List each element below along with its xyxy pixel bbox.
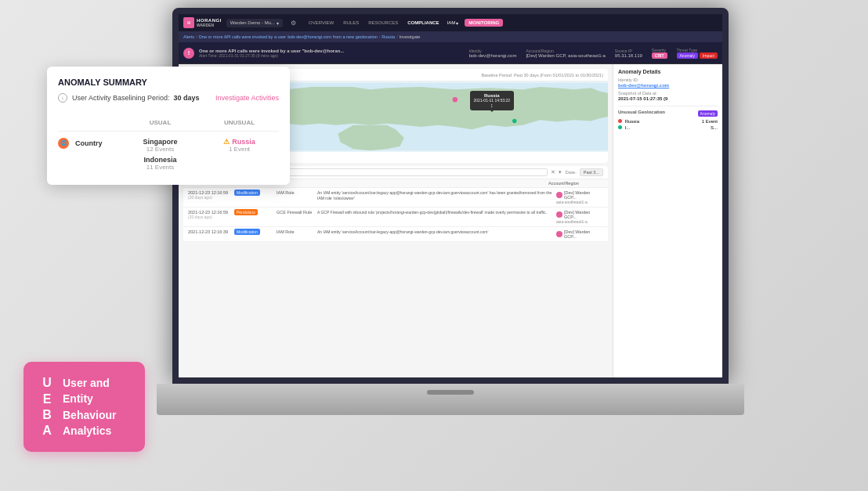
chevron-down-icon: ▾	[456, 20, 458, 26]
alert-icon: !	[183, 48, 194, 59]
dot-green-icon	[618, 125, 622, 129]
nav-iam[interactable]: IAM ▾	[447, 20, 459, 26]
usual-values: Singapore 12 Events Indonesia 11 Events	[121, 138, 200, 171]
threat-impact-badge: Impact	[700, 52, 718, 59]
alert-source-ip-col: Source IP 95.31.18.119	[615, 49, 642, 58]
col-header-description	[308, 181, 548, 186]
alert-identity-col: Identity bob-dev@horangi.com	[469, 49, 517, 58]
top-nav: H HORANGI WARDEN Warden Demo - Mu... ▾ ⚙…	[179, 14, 722, 31]
row2-time: 2021-12-23 12:16:59 (20 days ago)	[188, 210, 231, 219]
account-icon	[556, 211, 562, 218]
scene: H HORANGI WARDEN Warden Demo - Mu... ▾ ⚙…	[0, 0, 868, 491]
anomaly-summary-panel: ANOMALY SUMMARY i User Activity Baselini…	[47, 67, 290, 185]
account-value: [Dev] Warden GCP, asia-southeast1-a	[526, 53, 605, 58]
usual-country-2: Indonesia	[121, 156, 200, 164]
anomaly-table-header: Usual Unusual	[58, 110, 279, 132]
geo-india-events: S...	[711, 125, 718, 130]
chevron-down-icon: ▾	[277, 20, 279, 26]
snapshot-value: 2021-07-15 01:27:35 (9	[618, 96, 718, 101]
alert-details: One or more API calls were invoked by a …	[199, 49, 465, 58]
unusual-geo-section: Unusual Geolocation Anomaly Russia 1 Eve…	[618, 106, 718, 130]
modification-badge-2: Modification	[234, 229, 260, 235]
baselining-text: User Activity Baselining Period: 30 days	[72, 94, 200, 102]
alert-account-col: Account/Region [Dev] Warden GCP, asia-so…	[526, 49, 605, 58]
row1-time: 2021-12-23 12:16:59 (20 days ago)	[188, 190, 231, 200]
breadcrumb-alerts[interactable]: Alerts	[183, 34, 194, 39]
modification-badge: Modification	[234, 190, 260, 196]
row2-type: Pendulous	[234, 210, 273, 215]
row3-account: [Dev] Warden GCP...	[556, 229, 603, 239]
ueba-b-word: Behaviour	[63, 408, 131, 422]
nav-overview[interactable]: OVERVIEW	[307, 19, 335, 27]
breadcrumb: Alerts / One or more API calls were invo…	[179, 31, 722, 42]
row3-resource: IAM Role	[277, 229, 314, 234]
workspace-selector[interactable]: Warden Demo - Mu... ▾	[226, 19, 283, 27]
alert-severity-col: Severity CRIT	[652, 48, 667, 59]
laptop-screen: H HORANGI WARDEN Warden Demo - Mu... ▾ ⚙…	[172, 8, 729, 384]
ueba-e-word: Entity	[63, 392, 131, 406]
identity-value: bob-dev@horangi.com	[469, 53, 517, 58]
breadcrumb-email[interactable]: bob-dev@horangi.com	[288, 34, 331, 39]
unusual-values: ⚠ Russia 1 Event	[200, 138, 279, 153]
ueba-u-letter: U	[38, 376, 56, 390]
geo-russia-label: Russia	[625, 119, 639, 124]
alert-threat-col: Threat Type Anomaly Impact	[677, 48, 718, 59]
account-icon	[556, 192, 562, 198]
nav-resources[interactable]: RESOURCES	[367, 19, 400, 27]
info-icon: i	[58, 93, 67, 103]
ueba-grid: U User and E Entity B Behaviour A Analyt…	[38, 376, 131, 438]
source-ip-value: 95.31.18.119	[615, 53, 642, 58]
ueba-a-letter: A	[38, 424, 56, 438]
geo-india-row: I... S...	[618, 125, 718, 130]
country-label: Country	[75, 139, 103, 147]
breadcrumb-alert-text[interactable]: One or more API calls were invoked by a …	[199, 34, 287, 39]
table-row[interactable]: 2021-12-23 12:16:39 Modification IAM Rol…	[183, 227, 608, 242]
nav-compliance[interactable]: COMPLIANCE	[406, 19, 440, 27]
col-spacer	[595, 181, 603, 186]
svg-point-2	[512, 119, 516, 123]
row3-time: 2021-12-23 12:16:39	[188, 229, 231, 234]
date-label: Date:	[565, 170, 576, 175]
pendulous-badge: Pendulous	[234, 209, 258, 215]
severity-badge: CRIT	[652, 52, 667, 59]
investigate-link[interactable]: Investigate Activities	[215, 94, 279, 102]
row2-description: A GCP Firewall with inbound rule 'projec…	[317, 210, 553, 215]
anomaly-details-title: Anomaly Details	[618, 69, 718, 74]
right-panel: Anomaly Details Identity ID: bob-dev@hor…	[613, 64, 722, 377]
close-icon[interactable]: ✕	[551, 169, 555, 175]
usual-events: 12 Events	[121, 146, 200, 153]
col-header-account: Account/Region	[548, 181, 595, 186]
baselining-days: 30 days	[174, 94, 200, 102]
row3-description: An IAM entity 'serviceAccount:bar-legacy…	[317, 229, 553, 235]
dot-red-icon	[618, 119, 622, 123]
alert-time: Alert Time: 2021-01-31 01:27:35 (9 mins …	[199, 53, 465, 58]
anomaly-summary-title: ANOMALY SUMMARY	[58, 78, 279, 87]
identity-id-link[interactable]: bob-dev@horangi.com	[618, 83, 669, 88]
country-icon: 🌐	[58, 138, 69, 149]
row3-type: Modification	[234, 229, 273, 234]
country-field: 🌐 Country	[58, 138, 121, 149]
table-row[interactable]: 2021-12-23 12:16:59 (20 days ago) Modifi…	[183, 188, 608, 208]
logo-area: H HORANGI WARDEN	[183, 17, 222, 28]
breadcrumb-country[interactable]: Russia	[382, 34, 395, 39]
gear-icon[interactable]: ⚙	[291, 20, 296, 27]
row1-resource: IAM Role	[277, 190, 314, 195]
ueba-e-letter: E	[38, 392, 56, 406]
date-filter-button[interactable]: Past 3...	[580, 168, 603, 176]
unusual-events: 1 Event	[200, 146, 279, 153]
breadcrumb-from[interactable]: from a new geolocation	[333, 34, 378, 39]
logo-subtext: WARDEN	[197, 23, 222, 27]
nav-rules[interactable]: RULES	[342, 19, 360, 27]
nav-monitoring[interactable]: MONITORING	[465, 19, 503, 27]
unusual-header: Unusual	[200, 114, 279, 128]
chevron-down-icon[interactable]: ▾	[559, 169, 562, 175]
row1-account: [Dev] Warden GCP... asia-southeast1-a	[556, 190, 603, 204]
unusual-geo-title: Unusual Geolocation	[618, 110, 665, 114]
row1-description: An IAM entity 'serviceAccount:bar-legacy…	[317, 190, 553, 201]
alert-cols: Identity bob-dev@horangi.com Account/Reg…	[469, 48, 718, 59]
table-row[interactable]: 2021-12-23 12:16:59 (20 days ago) Pendul…	[183, 208, 608, 227]
geo-anomaly-badge: Anomaly	[698, 110, 718, 117]
anomaly-country-row: 🌐 Country Singapore 12 Events Indonesia …	[58, 135, 279, 174]
breadcrumb-sep-2: /	[379, 34, 381, 39]
account-icon	[556, 231, 562, 237]
